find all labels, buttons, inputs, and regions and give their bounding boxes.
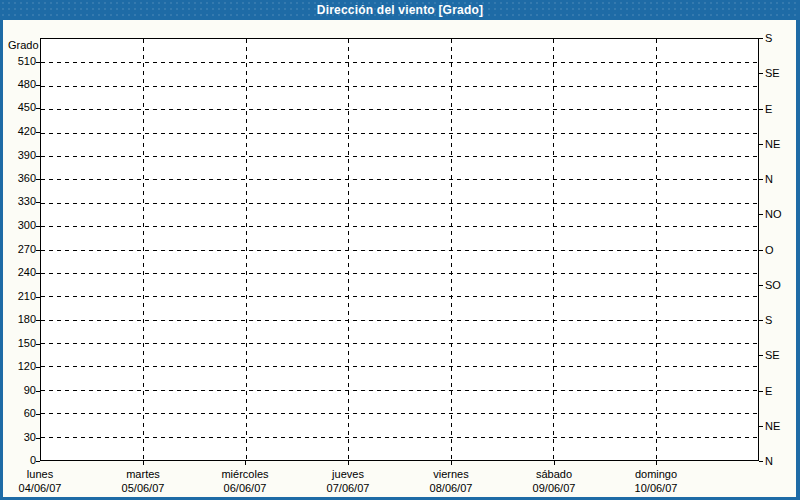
y-tick-label: 270 <box>3 243 36 256</box>
day-label: lunes <box>27 468 53 481</box>
y-tick-label: 150 <box>3 337 36 350</box>
y-tick-label: 420 <box>3 125 36 138</box>
day-label: martes <box>126 468 160 481</box>
y-tick-label: 120 <box>3 360 36 373</box>
date-label: 05/06/07 <box>122 482 165 495</box>
y-tick-label: 450 <box>3 101 36 114</box>
right-axis-tick <box>759 109 763 110</box>
y-grid-line <box>41 296 758 297</box>
right-axis-tick <box>759 179 763 180</box>
day-label: domingo <box>635 468 677 481</box>
compass-label: NE <box>765 138 780 151</box>
y-tick-label: 240 <box>3 266 36 279</box>
y-axis-tick <box>36 438 40 439</box>
x-grid-line <box>656 39 657 460</box>
y-grid-line <box>41 156 758 157</box>
y-grid-line <box>41 437 758 438</box>
y-tick-label: 480 <box>3 78 36 91</box>
x-axis-tick <box>451 461 452 465</box>
right-axis-tick <box>759 461 763 462</box>
compass-label: SE <box>765 349 780 362</box>
y-tick-label: 60 <box>3 407 36 420</box>
y-grid-line <box>41 226 758 227</box>
y-tick-label: 390 <box>3 149 36 162</box>
date-label: 10/06/07 <box>635 482 678 495</box>
y-axis-tick <box>36 179 40 180</box>
y-tick-label: 330 <box>3 195 36 208</box>
date-label: 09/06/07 <box>533 482 576 495</box>
day-label: sábado <box>536 468 572 481</box>
compass-label: N <box>765 173 773 186</box>
x-grid-line <box>348 39 349 460</box>
day-label: miércoles <box>221 468 268 481</box>
right-axis-tick <box>759 320 763 321</box>
y-axis-tick <box>36 62 40 63</box>
compass-label: SE <box>765 67 780 80</box>
chart-canvas: Grado 0306090120150180210240270300330360… <box>3 20 796 497</box>
y-tick-label: 0 <box>3 454 36 467</box>
right-axis-tick <box>759 426 763 427</box>
y-tick-label: 90 <box>3 384 36 397</box>
right-axis-tick <box>759 38 763 39</box>
y-axis-tick <box>36 367 40 368</box>
x-axis-tick <box>554 461 555 465</box>
date-label: 07/06/07 <box>327 482 370 495</box>
compass-label: O <box>765 244 774 257</box>
x-axis-tick <box>245 461 246 465</box>
date-label: 08/06/07 <box>430 482 473 495</box>
y-axis-tick <box>36 273 40 274</box>
chart-title: Dirección del viento [Grado] <box>317 3 483 17</box>
compass-label: N <box>765 455 773 468</box>
x-grid-line <box>246 39 247 460</box>
y-axis-tick <box>36 320 40 321</box>
right-axis-tick <box>759 355 763 356</box>
x-axis-tick <box>656 461 657 465</box>
y-axis-tick <box>36 344 40 345</box>
y-axis-tick <box>36 85 40 86</box>
y-grid-line <box>41 179 758 180</box>
y-grid-line <box>41 250 758 251</box>
compass-label: SO <box>765 279 781 292</box>
y-grid-line <box>41 109 758 110</box>
y-grid-line <box>41 86 758 87</box>
y-grid-line <box>41 273 758 274</box>
y-grid-line <box>41 133 758 134</box>
y-axis-tick <box>36 250 40 251</box>
right-axis-tick <box>759 391 763 392</box>
y-axis-tick <box>36 226 40 227</box>
y-grid-line <box>41 390 758 391</box>
y-grid-line <box>41 343 758 344</box>
y-grid-line <box>41 203 758 204</box>
y-axis-tick <box>36 108 40 109</box>
y-axis-tick <box>36 297 40 298</box>
x-grid-line <box>451 39 452 460</box>
x-grid-line <box>143 39 144 460</box>
right-axis-tick <box>759 250 763 251</box>
compass-label: NO <box>765 208 782 221</box>
compass-label: NE <box>765 420 780 433</box>
y-tick-label: 210 <box>3 290 36 303</box>
right-axis-tick <box>759 144 763 145</box>
y-tick-label: 300 <box>3 219 36 232</box>
chart-title-bar: Dirección del viento [Grado] <box>0 0 800 20</box>
compass-label: E <box>765 385 772 398</box>
day-label: jueves <box>332 468 364 481</box>
y-axis-tick <box>36 391 40 392</box>
y-tick-label: 30 <box>3 431 36 444</box>
wind-direction-chart-window: Dirección del viento [Grado] Grado 03060… <box>0 0 800 500</box>
y-axis-tick <box>36 132 40 133</box>
date-label: 06/06/07 <box>224 482 267 495</box>
y-axis-tick <box>36 156 40 157</box>
compass-label: E <box>765 103 772 116</box>
x-grid-line <box>553 39 554 460</box>
day-label: viernes <box>433 468 468 481</box>
x-axis-tick <box>348 461 349 465</box>
y-grid-line <box>41 62 758 63</box>
right-axis-tick <box>759 73 763 74</box>
y-grid-line <box>41 413 758 414</box>
y-tick-label: 360 <box>3 172 36 185</box>
y-tick-label: 510 <box>3 55 36 68</box>
x-axis-tick <box>143 461 144 465</box>
y-grid-line <box>41 320 758 321</box>
compass-label: S <box>765 314 772 327</box>
